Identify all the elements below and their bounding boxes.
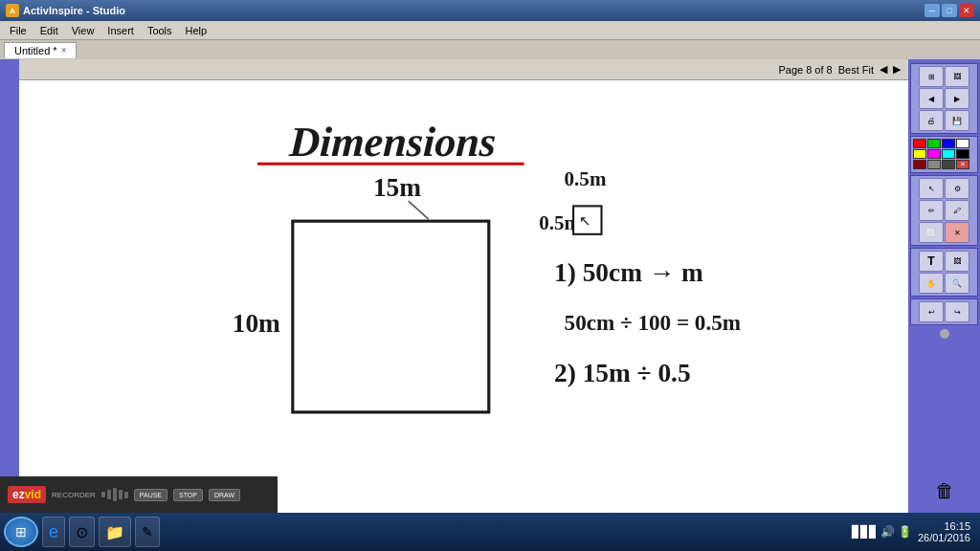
right-panel: ⊞ 🖼 ◀ ▶ 🖨 💾 bbox=[908, 59, 980, 513]
tool-settings[interactable]: ⚙ bbox=[945, 178, 969, 199]
tool-photo[interactable]: 🖼 bbox=[945, 66, 969, 87]
taskbar-chrome-icon[interactable]: ⊙ bbox=[69, 517, 95, 547]
color-magenta[interactable] bbox=[927, 149, 941, 159]
color-darkred[interactable] bbox=[913, 160, 926, 169]
tool-arrow-left[interactable]: ◀ bbox=[919, 88, 944, 109]
svg-rect-4 bbox=[293, 221, 489, 412]
title-bar-left: A ActivInspire - Studio bbox=[6, 4, 125, 17]
color-row-3: ✕ bbox=[913, 160, 975, 169]
menu-help[interactable]: Help bbox=[180, 23, 213, 38]
color-row-2 bbox=[913, 149, 975, 159]
taskbar-ie-icon[interactable]: e bbox=[42, 517, 65, 547]
toolbar-section-text: T 🖼 ✋ 🔍 bbox=[910, 248, 978, 297]
tab-bar: Untitled * × bbox=[0, 40, 980, 59]
window-title: ActivInspire - Studio bbox=[23, 5, 125, 16]
menu-edit[interactable]: Edit bbox=[34, 23, 64, 38]
menu-bar: File Edit View Insert Tools Help bbox=[0, 21, 980, 40]
tool-hand[interactable]: ✋ bbox=[919, 273, 944, 294]
trash-icon[interactable]: 🗑 bbox=[930, 476, 959, 505]
color-blue[interactable] bbox=[942, 139, 955, 148]
recorder-bar: ezvid RECORDER PAUSE STOP DRAW bbox=[0, 476, 278, 513]
window-controls[interactable]: ─ □ ✕ bbox=[924, 4, 974, 17]
toolbar-section-top: ⊞ 🖼 ◀ ▶ 🖨 💾 bbox=[910, 63, 978, 134]
taskbar-folder-icon[interactable]: 📁 bbox=[99, 517, 131, 547]
trash-area: 🗑 bbox=[910, 473, 978, 509]
nav-arrow-left[interactable]: ◀ bbox=[880, 63, 887, 76]
color-cyan[interactable] bbox=[942, 149, 955, 159]
svg-text:50cm ÷ 100 = 0.5m: 50cm ÷ 100 = 0.5m bbox=[565, 310, 741, 335]
ezvid-logo: ezvid bbox=[8, 486, 46, 503]
system-tray: ▊▊▊ 🔊 🔋 bbox=[852, 525, 912, 539]
audio-indicator bbox=[101, 488, 128, 501]
main-layout: Page 8 of 8 Best Fit ◀ ▶ Dimensions 15m … bbox=[0, 59, 980, 513]
color-gray[interactable] bbox=[927, 160, 941, 169]
close-button[interactable]: ✕ bbox=[959, 4, 974, 17]
tool-zoom[interactable]: 🔍 bbox=[945, 273, 969, 294]
tool-text[interactable]: T bbox=[919, 251, 944, 272]
svg-text:1) 50cm → m: 1) 50cm → m bbox=[554, 258, 703, 287]
taskbar: ⊞ e ⊙ 📁 ✎ ▊▊▊ 🔊 🔋 16:15 26/01/2016 bbox=[0, 513, 980, 551]
color-row-1 bbox=[913, 139, 975, 148]
svg-line-3 bbox=[409, 201, 429, 219]
tool-undo[interactable]: ↩ bbox=[919, 301, 944, 322]
left-toolbar bbox=[0, 59, 19, 513]
tool-pen[interactable]: ✏ bbox=[919, 200, 944, 221]
active-tab[interactable]: Untitled * × bbox=[4, 42, 77, 58]
tray-battery: 🔋 bbox=[898, 525, 912, 539]
menu-view[interactable]: View bbox=[66, 23, 100, 38]
tool-grid[interactable]: ⊞ bbox=[919, 66, 944, 87]
tool-printer[interactable]: 🖨 bbox=[919, 110, 944, 131]
clock-date: 26/01/2016 bbox=[918, 532, 970, 543]
page-info-bar: Page 8 of 8 Best Fit ◀ ▶ bbox=[19, 59, 908, 80]
svg-text:Dimensions: Dimensions bbox=[287, 119, 497, 165]
title-bar: A ActivInspire - Studio ─ □ ✕ bbox=[0, 0, 980, 21]
tool-select[interactable]: ↖ bbox=[919, 178, 944, 199]
tool-save[interactable]: 💾 bbox=[945, 110, 969, 131]
stop-button[interactable]: STOP bbox=[173, 489, 203, 501]
system-clock: 16:15 26/01/2016 bbox=[918, 520, 970, 543]
clock-time: 16:15 bbox=[918, 520, 970, 532]
page-info-text: Page 8 of 8 bbox=[778, 64, 832, 76]
color-white[interactable] bbox=[956, 139, 969, 148]
taskbar-right: ▊▊▊ 🔊 🔋 16:15 26/01/2016 bbox=[852, 520, 976, 543]
tool-arrow-right[interactable]: ▶ bbox=[945, 88, 969, 109]
color-yellow[interactable] bbox=[913, 149, 926, 159]
menu-file[interactable]: File bbox=[4, 23, 33, 38]
minimize-button[interactable]: ─ bbox=[924, 4, 940, 17]
tray-volume: 🔊 bbox=[880, 525, 895, 539]
canvas-area[interactable]: Page 8 of 8 Best Fit ◀ ▶ Dimensions 15m … bbox=[19, 59, 908, 513]
scroll-dot[interactable] bbox=[940, 329, 949, 339]
recorder-label: RECORDER bbox=[52, 491, 96, 499]
scroll-indicator bbox=[910, 327, 978, 341]
app-icon: A bbox=[6, 4, 19, 17]
toolbar-section-draw: ↖ ⚙ ✏ 🖊 ⬜ ✕ bbox=[910, 175, 978, 246]
svg-text:↖: ↖ bbox=[579, 213, 591, 229]
tool-delete[interactable]: ✕ bbox=[945, 222, 969, 243]
svg-text:2) 15m ÷ 0.5: 2) 15m ÷ 0.5 bbox=[554, 359, 691, 387]
color-black[interactable] bbox=[956, 149, 969, 159]
svg-text:15m: 15m bbox=[373, 173, 421, 202]
taskbar-app-icon[interactable]: ✎ bbox=[135, 517, 160, 547]
tool-redo[interactable]: ↪ bbox=[945, 301, 969, 322]
nav-arrow-right[interactable]: ▶ bbox=[893, 63, 901, 76]
svg-text:0.5m: 0.5m bbox=[565, 167, 607, 190]
color-palette: ✕ bbox=[910, 136, 978, 173]
color-green[interactable] bbox=[927, 139, 941, 148]
draw-button[interactable]: DRAW bbox=[209, 489, 240, 501]
color-red[interactable] bbox=[913, 139, 926, 148]
start-button[interactable]: ⊞ bbox=[4, 517, 38, 547]
pause-button[interactable]: PAUSE bbox=[134, 489, 167, 501]
zoom-level: Best Fit bbox=[838, 64, 874, 76]
tray-network: ▊▊▊ bbox=[852, 525, 878, 539]
menu-insert[interactable]: Insert bbox=[101, 23, 140, 38]
tab-close-button[interactable]: × bbox=[61, 45, 67, 55]
maximize-button[interactable]: □ bbox=[942, 4, 957, 17]
tool-marker[interactable]: 🖊 bbox=[945, 200, 969, 221]
menu-tools[interactable]: Tools bbox=[142, 23, 178, 38]
toolbar-section-undo: ↩ ↪ bbox=[910, 298, 978, 325]
tool-eraser[interactable]: ⬜ bbox=[919, 222, 944, 243]
color-darkgray[interactable] bbox=[942, 160, 955, 169]
tool-image2[interactable]: 🖼 bbox=[945, 251, 969, 272]
color-cross[interactable]: ✕ bbox=[956, 160, 969, 169]
tab-label: Untitled * bbox=[14, 45, 57, 56]
